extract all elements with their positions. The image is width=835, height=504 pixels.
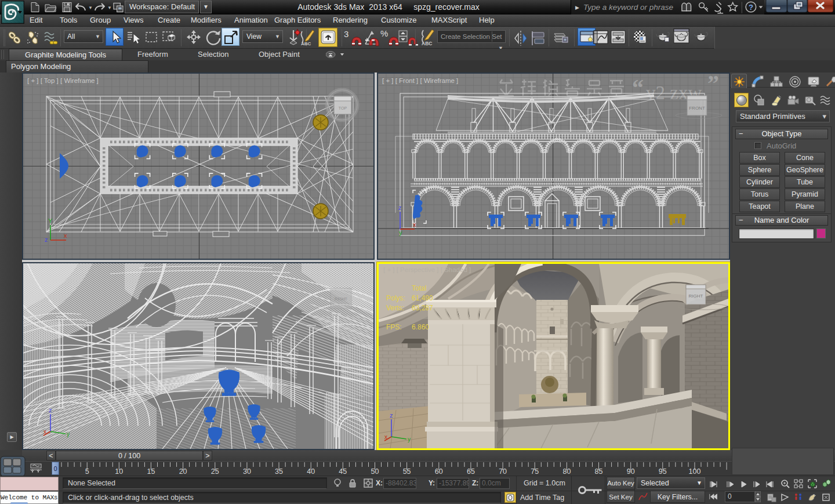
svg-text:30: 30 <box>243 467 251 476</box>
svg-text:RIGHT: RIGHT <box>689 293 703 299</box>
svg-text:60: 60 <box>435 467 443 476</box>
svg-text:50: 50 <box>371 467 379 476</box>
svg-text:55: 55 <box>403 467 411 476</box>
svg-text:15: 15 <box>147 467 155 476</box>
svg-text:61,490: 61,490 <box>412 294 433 302</box>
svg-text:[ + ] [ Perspective ] [ Shaded: [ + ] [ Perspective ] [ Shaded ] <box>383 266 471 273</box>
svg-text:[ + ] [ Front ] [ Wireframe ]: [ + ] [ Front ] [ Wireframe ] <box>382 77 458 84</box>
svg-text:ABC: ABC <box>422 41 432 46</box>
svg-text:FRONT: FRONT <box>689 106 705 111</box>
svg-text:x: x <box>43 429 46 435</box>
svg-text:95: 95 <box>659 467 667 476</box>
svg-text:5: 5 <box>85 467 89 476</box>
svg-text:z: z <box>45 236 48 243</box>
svg-text:y: y <box>408 436 411 443</box>
svg-text:63,287: 63,287 <box>412 304 433 312</box>
svg-text:35: 35 <box>275 467 283 476</box>
svg-text:80: 80 <box>562 467 571 476</box>
svg-text:”: ” <box>707 74 719 96</box>
svg-text:TOP: TOP <box>339 106 347 110</box>
svg-text:y: y <box>399 229 402 236</box>
svg-text:Polys:: Polys: <box>386 294 405 302</box>
svg-text:FPS:: FPS: <box>386 323 402 331</box>
svg-text:ABC: ABC <box>301 41 311 46</box>
svg-text:z: z <box>390 412 393 419</box>
svg-text:[ + ] [ Top ] [ Wireframe ]: [ + ] [ Top ] [ Wireframe ] <box>27 77 99 84</box>
svg-text:10: 10 <box>115 467 123 476</box>
svg-text:75: 75 <box>531 467 539 476</box>
svg-text:6.860: 6.860 <box>412 323 429 331</box>
svg-text:20: 20 <box>179 467 187 476</box>
svg-text:85: 85 <box>595 467 603 476</box>
svg-text:z: z <box>49 407 52 414</box>
svg-text:Y: Y <box>48 217 53 224</box>
svg-text:x: x <box>384 434 387 440</box>
svg-text:25: 25 <box>211 467 219 476</box>
svg-text:70: 70 <box>499 467 507 476</box>
svg-text:z: z <box>398 204 402 211</box>
svg-text:?: ? <box>749 2 753 11</box>
svg-text:90: 90 <box>627 467 635 476</box>
svg-text:RIGHT: RIGHT <box>335 297 348 301</box>
svg-text:Verts:: Verts: <box>386 304 404 312</box>
svg-text:40: 40 <box>307 467 315 476</box>
svg-text:65: 65 <box>467 467 475 476</box>
svg-text:x: x <box>64 232 67 239</box>
svg-text:Total: Total <box>412 284 426 292</box>
svg-text:y: y <box>67 431 70 437</box>
svg-text:100: 100 <box>689 467 701 476</box>
svg-text:x: x <box>413 221 416 228</box>
svg-text:45: 45 <box>339 467 347 476</box>
